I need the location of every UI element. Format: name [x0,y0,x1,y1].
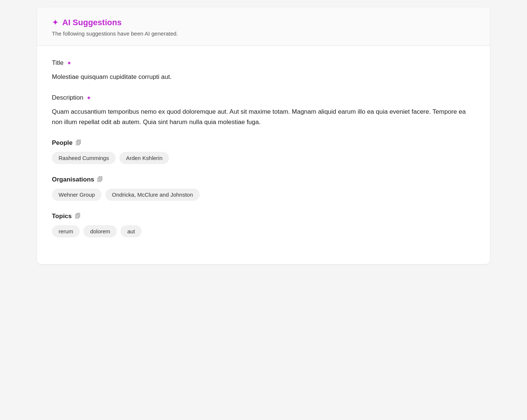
title-label: Title [52,59,64,67]
organisations-tag-1: Wehner Group [52,189,102,201]
organisations-copy-icon[interactable]: 🗐 [97,176,103,183]
topics-label-row: Topics 🗐 [52,213,475,220]
header-title: AI Suggestions [62,18,122,27]
topics-tag-1: rerum [52,225,80,237]
people-tag-1: Rasheed Cummings [52,152,116,164]
people-label: People [52,139,73,147]
ai-sparkle-icon: ✦ [52,19,59,27]
people-section: People 🗐 Rasheed Cummings Arden Kshlerin [52,139,475,164]
topics-tags-row: rerum dolorem aut [52,225,475,237]
topics-copy-icon[interactable]: 🗐 [75,213,81,220]
card-content: Title ✦ Molestiae quisquam cupiditate co… [37,46,490,264]
title-label-row: Title ✦ [52,59,475,67]
title-ai-icon: ✦ [67,60,72,67]
description-value: Quam accusantium temporibus nemo ex quod… [52,107,475,127]
people-tags-row: Rasheed Cummings Arden Kshlerin [52,152,475,164]
people-label-row: People 🗐 [52,139,475,147]
organisations-tags-row: Wehner Group Ondricka, McClure and Johns… [52,189,475,201]
topics-tag-2: dolorem [83,225,117,237]
organisations-label-row: Organisations 🗐 [52,176,475,183]
title-value: Molestiae quisquam cupiditate corrupti a… [52,72,475,82]
organisations-section: Organisations 🗐 Wehner Group Ondricka, M… [52,176,475,201]
organisations-label: Organisations [52,176,94,183]
organisations-tag-2: Ondricka, McClure and Johnston [105,189,199,201]
description-label-row: Description ✦ [52,94,475,101]
topics-tag-3: aut [120,225,142,237]
description-ai-icon: ✦ [86,94,91,101]
topics-label: Topics [52,213,72,220]
topics-section: Topics 🗐 rerum dolorem aut [52,213,475,237]
card-header: ✦ AI Suggestions The following suggestio… [37,7,490,46]
description-section: Description ✦ Quam accusantium temporibu… [52,94,475,127]
people-tag-2: Arden Kshlerin [119,152,169,164]
ai-suggestions-card: ✦ AI Suggestions The following suggestio… [37,7,490,264]
header-title-row: ✦ AI Suggestions [52,18,475,27]
people-copy-icon[interactable]: 🗐 [76,140,82,146]
title-section: Title ✦ Molestiae quisquam cupiditate co… [52,59,475,82]
header-subtitle: The following suggestions have been AI g… [52,30,475,37]
description-label: Description [52,94,83,101]
